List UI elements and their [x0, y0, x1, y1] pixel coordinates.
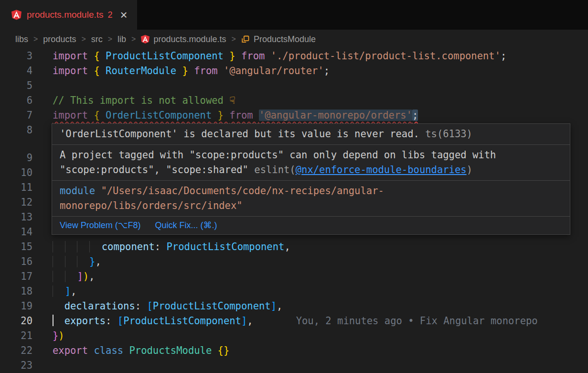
code-token: ☟	[229, 95, 235, 106]
line-number[interactable]: 22	[0, 343, 32, 358]
code-token: RouterModule	[106, 65, 176, 77]
code-line[interactable]: 23	[0, 358, 588, 373]
line-number[interactable]: 16	[0, 254, 32, 269]
code-line-content: import { OrderListComponent } from '@ang…	[32, 108, 418, 123]
code-line[interactable]: 3import { ProductListComponent } from '.…	[0, 49, 588, 64]
line-number[interactable]: 18	[0, 284, 32, 299]
code-token: from	[229, 110, 259, 121]
code-line[interactable]: 21})	[0, 329, 588, 343]
code-token: ;	[324, 65, 330, 77]
line-number[interactable]: 14	[0, 225, 32, 240]
code-token: :	[135, 300, 147, 312]
code-line[interactable]: 20 exports: [ProductListComponent],You, …	[0, 314, 588, 329]
code-editor[interactable]: 3import { ProductListComponent } from '.…	[0, 49, 588, 373]
line-number[interactable]: 10	[0, 165, 32, 180]
code-token: }	[176, 65, 188, 77]
line-number[interactable]: 8	[0, 123, 32, 138]
code-line-content	[32, 78, 53, 93]
code-token: )	[83, 271, 89, 282]
code-token: ]	[271, 300, 277, 312]
code-line[interactable]: 19 declarations: [ProductListComponent],	[0, 299, 588, 314]
code-token: ,	[95, 256, 101, 267]
code-token: ,	[277, 300, 282, 312]
tab-products-module[interactable]: products.module.ts 2 ×	[0, 0, 137, 30]
view-problem-action[interactable]: View Problem (⌥F8)	[60, 219, 140, 231]
code-token: exports	[64, 315, 106, 327]
code-token: ProductListComponent	[153, 300, 271, 312]
breadcrumb-item-products[interactable]: products	[43, 34, 76, 44]
line-number[interactable]: 12	[0, 195, 32, 210]
code-token: ProductListComponent	[106, 50, 224, 62]
code-line-content	[32, 123, 53, 138]
breadcrumb-item-file[interactable]: products.module.ts	[141, 34, 226, 44]
close-icon[interactable]: ×	[120, 9, 128, 21]
ts-diagnostic-message: 'OrderListComponent' is declared but its…	[60, 128, 419, 140]
line-number[interactable]: 7	[0, 108, 32, 123]
code-line-content: })	[32, 329, 64, 343]
module-keyword: module	[60, 185, 101, 197]
eslint-source-suffix: )	[467, 164, 472, 176]
code-token: ProductsModule	[129, 345, 217, 356]
code-token: ]	[241, 315, 247, 327]
code-token	[188, 65, 194, 77]
line-number[interactable]: 9	[0, 151, 32, 165]
code-line-content	[32, 180, 53, 195]
code-token	[53, 285, 65, 297]
code-token	[65, 271, 77, 282]
code-token: './product-list/product-list.component'	[271, 50, 501, 62]
eslint-diagnostic: A project tagged with "scope:products" c…	[52, 145, 570, 181]
breadcrumb-item-symbol[interactable]: ProductsModule	[241, 34, 316, 44]
code-token: :	[106, 315, 118, 327]
code-token: }	[212, 110, 229, 121]
ts-diagnostic: 'OrderListComponent' is declared but its…	[52, 124, 570, 145]
code-line-content	[32, 210, 53, 225]
code-token: component	[102, 241, 155, 252]
line-number[interactable]: 4	[0, 64, 32, 78]
code-token	[235, 50, 241, 62]
breadcrumb-separator: >	[232, 35, 236, 44]
code-line[interactable]: 4import { RouterModule } from '@angular/…	[0, 64, 588, 78]
breadcrumb-item-src[interactable]: src	[91, 34, 103, 44]
code-line[interactable]: 6// This import is not allowed ☟	[0, 93, 588, 108]
code-token: declarations	[64, 300, 135, 312]
tab-label: products.module.ts	[27, 10, 104, 20]
line-number[interactable]: 5	[0, 78, 32, 93]
code-line-content: export class ProductsModule {}	[32, 343, 229, 358]
code-line[interactable]: 18 ],	[0, 284, 588, 299]
line-number[interactable]: 13	[0, 210, 32, 225]
line-number[interactable]: 21	[0, 329, 32, 343]
line-number[interactable]: 11	[0, 180, 32, 195]
line-number[interactable]: 19	[0, 299, 32, 314]
line-number[interactable]: 20	[0, 314, 32, 329]
line-number[interactable]: 17	[0, 269, 32, 284]
code-line[interactable]: 15 component: ProductListComponent,	[0, 240, 588, 254]
error-squiggle-range: import { OrderListComponent } from '@ang…	[53, 110, 418, 121]
hover-actions: View Problem (⌥F8) Quick Fix... (⌘.)	[52, 217, 570, 234]
code-token: ,	[247, 315, 253, 327]
code-token: ,	[284, 241, 290, 252]
breadcrumb-item-lib[interactable]: lib	[118, 34, 126, 44]
code-line[interactable]: 22export class ProductsModule {}	[0, 343, 588, 358]
code-token: ]	[65, 285, 71, 297]
code-line[interactable]: 16 },	[0, 254, 588, 269]
line-number[interactable]: 3	[0, 49, 32, 64]
code-token: export	[53, 345, 94, 356]
module-info: module "/Users/isaac/Documents/code/nx-r…	[52, 181, 570, 217]
code-line-content: declarations: [ProductListComponent],	[32, 299, 282, 314]
breadcrumb-item-libs[interactable]: libs	[15, 34, 28, 44]
code-line[interactable]: 17 ]),	[0, 269, 588, 284]
quick-fix-action[interactable]: Quick Fix... (⌘.)	[155, 219, 217, 231]
code-token: }	[53, 330, 58, 341]
eslint-rule-link[interactable]: @nx/enforce-module-boundaries	[296, 164, 467, 176]
code-token: ;	[501, 50, 506, 62]
code-line[interactable]: 5	[0, 78, 588, 93]
code-line[interactable]: 7import { OrderListComponent } from '@an…	[0, 108, 588, 123]
code-token	[53, 241, 65, 252]
code-token: {}	[218, 345, 230, 356]
line-number[interactable]: 6	[0, 93, 32, 108]
code-token: [	[147, 300, 152, 312]
line-number[interactable]: 23	[0, 358, 32, 373]
code-token: [	[118, 315, 123, 327]
line-number[interactable]: 15	[0, 240, 32, 254]
code-line-content: ]),	[32, 269, 95, 284]
